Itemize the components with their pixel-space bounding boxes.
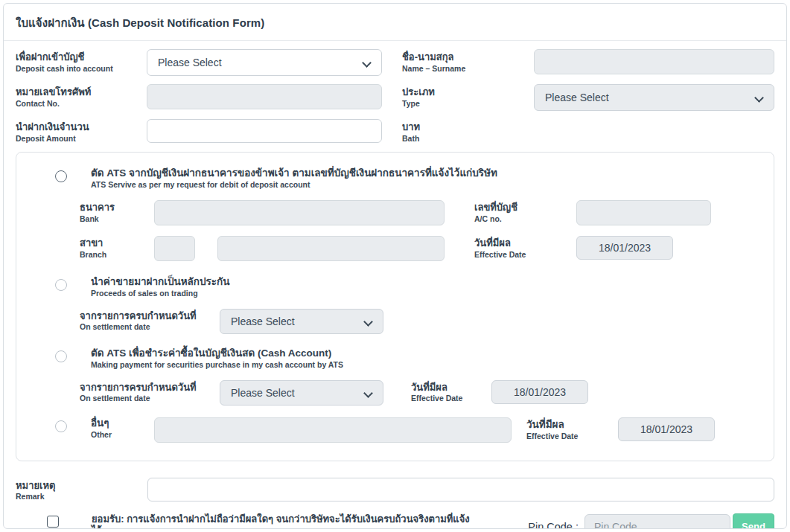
baht-label: บาท Bath <box>402 119 534 143</box>
accept-pin-row: ยอมรับ: การแจ้งการนำฝากไม่ถือว่ามีผลใดๆ … <box>4 513 786 529</box>
option-ats-cash: ตัด ATS เพื่อชำระค่าซื้อในบัญชีเงินสด (C… <box>16 347 774 370</box>
other-radio[interactable] <box>55 420 67 432</box>
ats-cash-settlement-row: จากรายการครบกำหนดวันที่ On settlement da… <box>16 380 774 406</box>
effective-date-label-1: วันที่มีผล Effective Date <box>474 236 576 259</box>
branch-row: สาขา Branch วันที่มีผล Effective Date <box>16 236 774 261</box>
remark-row: หมายเหตุ Remark <box>4 478 786 501</box>
remark-input[interactable] <box>147 478 774 501</box>
option-other: อื่นๆ Other วันที่มีผล Effective Date <box>16 417 774 443</box>
type-select-value: Please Select <box>545 92 609 103</box>
chevron-down-icon <box>363 59 371 66</box>
deposit-amount-label: นำฝากเงินจำนวน Deposit Amount <box>16 119 147 143</box>
send-button[interactable]: Send <box>733 513 774 529</box>
accept-label: ยอมรับ: การแจ้งการนำฝากไม่ถือว่ามีผลใดๆ … <box>92 513 479 529</box>
accept-checkbox[interactable] <box>47 516 59 528</box>
proceeds-settlement-select[interactable]: Please Select <box>220 309 383 334</box>
ac-no-field <box>576 200 711 225</box>
bank-field <box>154 200 445 225</box>
proceeds-settlement-value: Please Select <box>231 315 295 327</box>
contact-no-label: หมายเลขโทรศัพท์ Contact No. <box>16 84 147 108</box>
pin-code-input[interactable] <box>584 514 730 529</box>
contact-no-field <box>147 84 382 109</box>
deposit-amount-input[interactable] <box>147 119 382 143</box>
effective-date-label-2: วันที่มีผล Effective Date <box>411 380 491 403</box>
other-label: อื่นๆ Other <box>91 417 154 440</box>
bank-row: ธนาคาร Bank เลขที่บัญชี A/C no. <box>16 200 774 225</box>
ats-cash-radio[interactable] <box>55 350 67 362</box>
branch-code-field <box>154 236 195 261</box>
pin-code-label: Pin Code : <box>528 521 579 529</box>
proceeds-label: นำค่าขายมาฝากเป็นหลักประกัน Proceeds of … <box>91 276 230 298</box>
ats-cash-label: ตัด ATS เพื่อชำระค่าซื้อในบัญชีเงินสด (C… <box>91 347 343 370</box>
proceeds-radio[interactable] <box>55 279 67 291</box>
other-field <box>154 417 512 443</box>
cash-deposit-form: ใบแจ้งฝากเงิน (Cash Deposit Notification… <box>3 3 787 529</box>
name-surname-label: ชื่อ-นามสกุล Name – Surname <box>402 49 534 73</box>
deposit-account-select[interactable]: Please Select <box>147 49 382 76</box>
deposit-account-select-value: Please Select <box>158 57 222 68</box>
effective-date-field-3 <box>618 417 715 441</box>
settlement-date-label-2: จากรายการครบกำหนดวันที่ On settlement da… <box>80 380 220 403</box>
ac-no-label: เลขที่บัญชี A/C no. <box>474 200 576 223</box>
effective-date-field-1 <box>576 236 673 260</box>
effective-date-label-3: วันที่มีผล Effective Date <box>526 417 618 441</box>
deposit-method-panel: ตัด ATS จากบัญชีเงินฝากธนาคารของข้าพเจ้า… <box>16 152 774 461</box>
ats-cash-settlement-value: Please Select <box>231 387 295 399</box>
chevron-down-icon <box>365 389 372 397</box>
type-select[interactable]: Please Select <box>534 84 774 111</box>
branch-name-field <box>217 236 445 261</box>
ats-debit-label: ตัด ATS จากบัญชีเงินฝากธนาคารของข้าพเจ้า… <box>91 167 497 190</box>
pin-code-zone: Pin Code : Send <box>528 513 774 529</box>
page-title: ใบแจ้งฝากเงิน (Cash Deposit Notification… <box>4 4 786 41</box>
ats-cash-settlement-select[interactable]: Please Select <box>220 380 383 406</box>
name-surname-field <box>534 49 774 74</box>
chevron-down-icon <box>756 94 763 101</box>
option-ats-debit: ตัด ATS จากบัญชีเงินฝากธนาคารของข้าพเจ้า… <box>16 167 774 190</box>
branch-label: สาขา Branch <box>80 236 154 259</box>
settlement-date-label-1: จากรายการครบกำหนดวันที่ On settlement da… <box>80 309 220 332</box>
remark-label: หมายเหตุ Remark <box>16 478 147 501</box>
proceeds-settlement-row: จากรายการครบกำหนดวันที่ On settlement da… <box>16 309 774 334</box>
bank-label: ธนาคาร Bank <box>80 200 154 223</box>
deposit-account-label: เพื่อฝากเข้าบัญชี Deposit cash into acco… <box>16 49 147 73</box>
form-row-3: นำฝากเงินจำนวน Deposit Amount บาท Bath <box>4 119 786 143</box>
form-row-1: เพื่อฝากเข้าบัญชี Deposit cash into acco… <box>4 49 786 76</box>
effective-date-field-2 <box>491 380 588 404</box>
form-row-2: หมายเลขโทรศัพท์ Contact No. ประเภท Type … <box>4 84 786 111</box>
type-label: ประเภท Type <box>402 84 534 108</box>
chevron-down-icon <box>365 318 372 325</box>
option-proceeds: นำค่าขายมาฝากเป็นหลักประกัน Proceeds of … <box>16 276 774 298</box>
ats-debit-radio[interactable] <box>55 170 67 182</box>
